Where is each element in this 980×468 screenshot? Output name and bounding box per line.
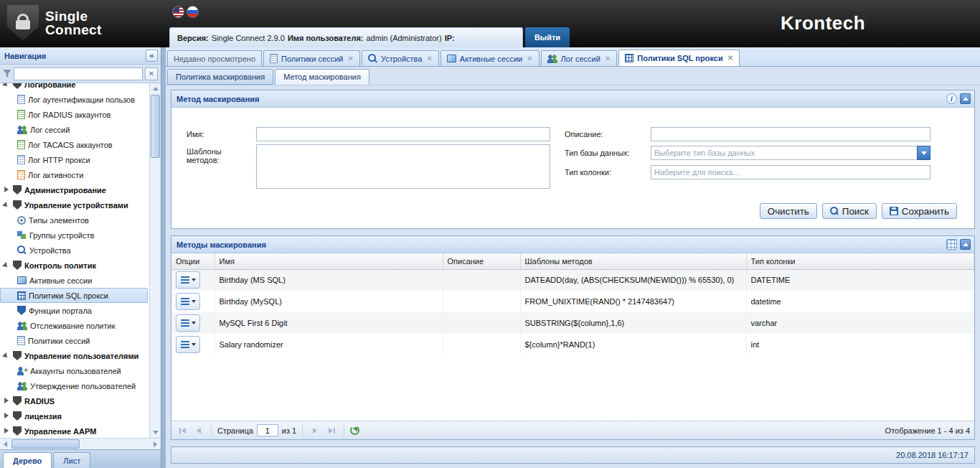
search-button[interactable]: Поиск	[822, 203, 877, 219]
collapse-node-icon[interactable]	[4, 83, 10, 88]
first-page-icon[interactable]	[176, 424, 189, 437]
filter-clear-button[interactable]: ✕	[145, 67, 158, 80]
tree-item[interactable]: Управление AAPM	[0, 423, 149, 438]
main-tab[interactable]: Активные сессии✕	[440, 50, 540, 66]
sidebar-view-tab[interactable]: Лист	[53, 452, 90, 468]
name-input[interactable]	[256, 127, 550, 141]
next-page-icon[interactable]	[308, 424, 321, 437]
tree-item[interactable]: Администрирование	[0, 182, 149, 197]
tree-item[interactable]: Типы элементов	[0, 212, 149, 228]
column-header-description[interactable]: Описание	[443, 253, 520, 269]
ru-flag-icon[interactable]	[187, 6, 199, 18]
tree-item[interactable]: Лог TACACS аккаунтов	[0, 137, 149, 152]
tree-item[interactable]: Политики SQL прокси	[0, 288, 148, 303]
tab-close-icon[interactable]: ✕	[527, 55, 532, 62]
collapse-node-icon[interactable]	[4, 202, 10, 208]
tree-item-label: Логирование	[24, 83, 75, 89]
main-tab[interactable]: Устройства✕	[362, 50, 439, 66]
tree-item[interactable]: Лог RADIUS аккаунтов	[0, 107, 149, 122]
us-flag-icon[interactable]	[172, 6, 184, 18]
refresh-icon[interactable]	[350, 426, 359, 435]
table-row[interactable]: Salary randomizer${column}*RAND(1)int	[171, 334, 974, 355]
sidebar-collapse-button[interactable]: «	[146, 50, 158, 62]
scroll-left-icon[interactable]	[0, 439, 11, 449]
grid-settings-icon[interactable]	[946, 239, 957, 250]
tree-item[interactable]: Управление устройствами	[0, 197, 149, 212]
tree-item-label: Типы элементов	[29, 216, 89, 225]
column-header-name[interactable]: Имя	[215, 253, 443, 269]
last-page-icon[interactable]	[325, 424, 338, 437]
templates-textarea[interactable]	[256, 144, 550, 189]
tree-item[interactable]: Управление пользователями	[0, 348, 149, 363]
column-type-label: Тип колонки:	[565, 168, 611, 177]
tree-item[interactable]: лицензия	[0, 408, 149, 423]
scroll-right-icon[interactable]	[150, 439, 161, 449]
row-options-button[interactable]	[176, 336, 200, 353]
tree-item[interactable]: Устройства	[0, 243, 149, 258]
tree-filter-input[interactable]	[14, 67, 143, 80]
panel-collapse-icon[interactable]	[960, 239, 971, 250]
tree-item[interactable]: Аккаунты пользователей	[0, 363, 149, 378]
tree-item[interactable]: Лог HTTP прокси	[0, 152, 149, 167]
tree-item[interactable]: Утверждение пользователей	[0, 378, 149, 393]
panel-collapse-icon[interactable]	[960, 93, 971, 104]
tree-item-label: Политики сессий	[28, 337, 90, 345]
collapse-node-icon[interactable]	[4, 352, 10, 359]
tree-vertical-scrollbar[interactable]	[149, 83, 161, 438]
tree-item[interactable]: Лог аутентификации пользов	[0, 92, 149, 107]
row-options-button[interactable]	[176, 314, 200, 332]
device-groups-icon	[17, 230, 27, 240]
logout-button[interactable]: Выйти	[525, 27, 570, 47]
row-template: ${column}*RAND(1)	[520, 334, 746, 355]
expand-node-icon[interactable]	[4, 398, 10, 404]
page-number-input[interactable]	[257, 424, 278, 436]
collapse-node-icon[interactable]	[4, 262, 10, 268]
main-tab[interactable]: Недавно просмотрено	[167, 50, 262, 66]
scroll-down-icon[interactable]	[150, 427, 161, 438]
row-options-button[interactable]	[176, 293, 200, 310]
tree-item[interactable]: Лог активности	[0, 167, 149, 182]
vertical-scroll-thumb[interactable]	[151, 95, 160, 158]
info-icon[interactable]: i	[946, 93, 957, 104]
main-tab[interactable]: Политики сессий✕	[263, 50, 360, 66]
tree-item[interactable]: Политики сессий	[0, 333, 149, 348]
tree-item[interactable]: Отслеживание политик	[0, 318, 149, 333]
main-tab[interactable]: Политики SQL прокси✕	[618, 50, 740, 66]
subtab[interactable]: Метод маскирования	[275, 69, 369, 85]
table-row[interactable]: Birthday (MySQL)FROM_UNIXTIME(RAND() * 2…	[171, 291, 974, 312]
tab-close-icon[interactable]: ✕	[426, 55, 432, 62]
tree-item[interactable]: Активные сессии	[0, 273, 149, 288]
tree-item[interactable]: Группы устройств	[0, 228, 149, 243]
tree-item[interactable]: RADIUS	[0, 393, 149, 408]
db-type-combo-input[interactable]	[651, 146, 917, 160]
main-tab[interactable]: Лог сессий✕	[541, 50, 618, 66]
sidebar-view-tab[interactable]: Дерево	[3, 452, 52, 468]
previous-page-icon[interactable]	[192, 424, 205, 437]
expand-node-icon[interactable]	[4, 428, 10, 434]
column-header-column-type[interactable]: Тип колонки	[746, 253, 974, 269]
table-row[interactable]: MySQL First 6 DigitSUBSTRING(${column},1…	[171, 312, 974, 334]
tab-close-icon[interactable]: ✕	[605, 55, 611, 62]
horizontal-scroll-thumb[interactable]	[11, 439, 80, 449]
tab-close-icon[interactable]: ✕	[348, 55, 354, 62]
tree-item[interactable]: Лог сессий	[0, 122, 149, 137]
row-options-button[interactable]	[176, 271, 200, 289]
tree-item[interactable]: Логирование	[0, 83, 149, 92]
save-button[interactable]: Сохранить	[882, 203, 957, 219]
column-header-template[interactable]: Шаблоны методов	[520, 253, 746, 269]
subtab[interactable]: Политика маскирования	[167, 69, 273, 85]
clear-button[interactable]: Очистить	[760, 203, 817, 219]
tree-horizontal-scrollbar[interactable]	[0, 438, 161, 449]
expand-node-icon[interactable]	[4, 413, 10, 419]
column-type-input[interactable]	[651, 165, 930, 179]
tree-item[interactable]: Функции портала	[0, 303, 149, 318]
tree-item[interactable]: Контроль политик	[0, 258, 149, 273]
chevron-down-icon[interactable]	[917, 146, 930, 160]
column-header-options[interactable]: Опции	[171, 253, 215, 269]
scroll-up-icon[interactable]	[150, 83, 161, 94]
tree-item-label: Управление устройствами	[24, 201, 128, 210]
tab-close-icon[interactable]: ✕	[727, 55, 733, 62]
description-input[interactable]	[651, 127, 930, 141]
table-row[interactable]: Birthday (MS SQL)DATEADD(day, (ABS(CHECK…	[171, 269, 974, 291]
expand-node-icon[interactable]	[4, 187, 10, 193]
